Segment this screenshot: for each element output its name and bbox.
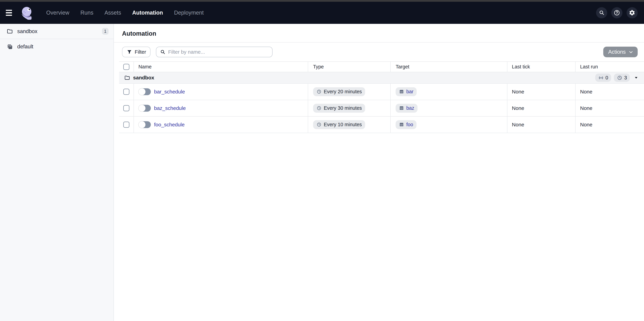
table-icon	[399, 122, 404, 127]
column-header-name: Name	[134, 62, 308, 72]
sidebar-count-badge: 1	[102, 28, 108, 35]
gear-icon[interactable]	[626, 7, 638, 18]
schedule-toggle[interactable]	[138, 88, 151, 95]
column-header-type: Type	[308, 62, 391, 72]
caret-down-icon[interactable]	[634, 75, 638, 80]
schedule-name-link[interactable]: baz_schedule	[154, 105, 186, 111]
nav-right-icons	[596, 7, 638, 18]
sensor-count: 0	[606, 75, 608, 81]
table-icon	[399, 89, 404, 94]
schedule-type-tag: Every 10 minutes	[313, 120, 365, 129]
filter-button[interactable]: Filter	[122, 47, 151, 57]
column-header-last-tick: Last tick	[508, 62, 576, 72]
filter-button-label: Filter	[135, 49, 146, 55]
clock-icon	[316, 89, 322, 94]
table-row: bar_schedule Every 20 minutes	[119, 84, 644, 100]
schedule-count-badge[interactable]: 3	[614, 74, 630, 82]
last-tick-value: None	[512, 89, 524, 95]
last-run-value: None	[580, 122, 592, 128]
name-filter-input[interactable]	[168, 49, 268, 55]
last-run-value: None	[580, 105, 592, 111]
nav-item-assets[interactable]: Assets	[99, 2, 127, 24]
toolbar: Filter Actions	[114, 43, 644, 61]
chevron-down-icon	[628, 49, 634, 55]
sidebar-item-sandbox[interactable]: sandbox 1	[0, 24, 114, 39]
clock-icon	[617, 75, 622, 81]
table-row: baz_schedule Every 30 minutes	[119, 100, 644, 117]
table-header-row: Name Type Target Last tick Last run	[119, 61, 644, 72]
row-checkbox[interactable]	[123, 89, 130, 95]
schedule-name-link[interactable]: foo_schedule	[154, 122, 184, 128]
nav-links: Overview Runs Assets Automation Deployme…	[41, 2, 209, 24]
app-window: Overview Runs Assets Automation Deployme…	[0, 0, 644, 321]
help-icon[interactable]	[611, 7, 622, 18]
sidebar-item-default[interactable]: default	[0, 39, 114, 54]
search-icon[interactable]	[596, 7, 607, 18]
folder-icon	[6, 28, 13, 35]
schedule-type-tag: Every 30 minutes	[313, 104, 365, 113]
schedule-count: 3	[624, 75, 627, 81]
column-header-last-run: Last run	[576, 62, 644, 72]
schedule-toggle[interactable]	[138, 121, 151, 128]
top-nav: Overview Runs Assets Automation Deployme…	[0, 2, 644, 24]
nav-item-automation[interactable]: Automation	[127, 2, 168, 24]
page-title: Automation	[122, 30, 636, 37]
table-row: foo_schedule Every 10 minutes	[119, 117, 644, 133]
code-location-icon	[6, 43, 13, 50]
sensor-icon	[598, 75, 604, 81]
last-tick-value: None	[512, 122, 524, 128]
row-checkbox[interactable]	[123, 122, 130, 128]
clock-icon	[316, 105, 322, 111]
main-content: Automation Filter	[114, 24, 644, 321]
actions-button-label: Actions	[608, 49, 626, 55]
target-tag[interactable]: bar	[396, 87, 417, 96]
schedule-type-tag: Every 20 minutes	[313, 87, 365, 96]
sidebar-item-label: default	[17, 44, 34, 50]
table-icon	[399, 105, 404, 111]
actions-button[interactable]: Actions	[603, 47, 638, 57]
search-icon	[160, 49, 166, 55]
table-body: bar_schedule Every 20 minutes	[119, 84, 644, 133]
select-all-checkbox[interactable]	[123, 64, 130, 70]
row-checkbox[interactable]	[123, 105, 130, 111]
schedule-type-label: Every 30 minutes	[324, 105, 362, 111]
group-name: sandbox	[133, 75, 154, 81]
window-chrome-strip	[0, 0, 644, 2]
last-run-value: None	[580, 89, 592, 95]
dagster-logo-icon[interactable]	[20, 6, 34, 20]
schedule-type-label: Every 20 minutes	[324, 89, 362, 94]
nav-item-runs[interactable]: Runs	[75, 2, 99, 24]
target-tag[interactable]: baz	[396, 104, 418, 113]
column-header-target: Target	[391, 62, 508, 72]
target-label: baz	[406, 105, 414, 111]
automation-table: Name Type Target Last tick Last run sand…	[119, 61, 644, 133]
folder-icon	[124, 75, 130, 81]
nav-item-overview[interactable]: Overview	[41, 2, 75, 24]
schedule-name-link[interactable]: bar_schedule	[154, 89, 185, 95]
group-row-sandbox[interactable]: sandbox	[119, 72, 644, 84]
target-label: foo	[406, 122, 413, 127]
nav-item-deployment[interactable]: Deployment	[168, 2, 209, 24]
hamburger-menu-icon[interactable]	[6, 7, 17, 19]
last-tick-value: None	[512, 105, 524, 111]
sidebar-item-label: sandbox	[17, 28, 38, 35]
sensor-count-badge[interactable]: 0	[595, 74, 611, 82]
schedule-type-label: Every 10 minutes	[324, 122, 362, 127]
funnel-icon	[126, 49, 132, 55]
schedule-toggle[interactable]	[138, 105, 151, 112]
clock-icon	[316, 122, 322, 127]
target-label: bar	[406, 89, 414, 94]
sidebar: sandbox 1 default	[0, 24, 114, 321]
title-bar: Automation	[114, 24, 644, 43]
target-tag[interactable]: foo	[396, 120, 416, 129]
name-filter-box	[156, 47, 273, 57]
